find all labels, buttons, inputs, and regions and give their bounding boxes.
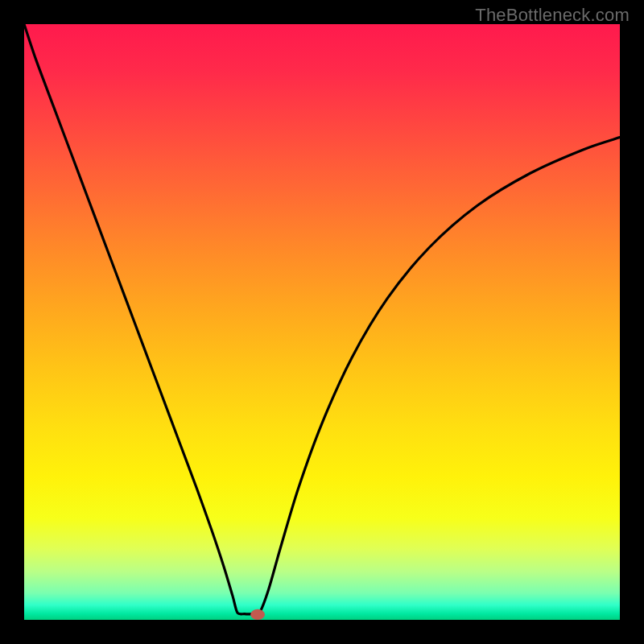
watermark-text: TheBottleneck.com <box>475 5 630 26</box>
bottleneck-curve <box>24 24 620 614</box>
chart-frame: TheBottleneck.com <box>0 0 644 644</box>
chart-svg <box>24 24 620 620</box>
bottom-marker <box>250 609 265 620</box>
plot-area <box>24 24 620 620</box>
